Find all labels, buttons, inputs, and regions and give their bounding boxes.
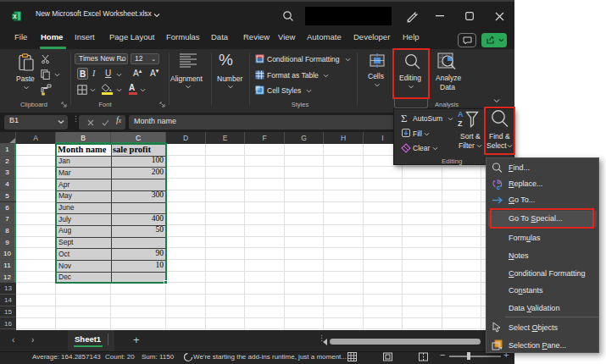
- svg-text:X: X: [13, 14, 17, 19]
